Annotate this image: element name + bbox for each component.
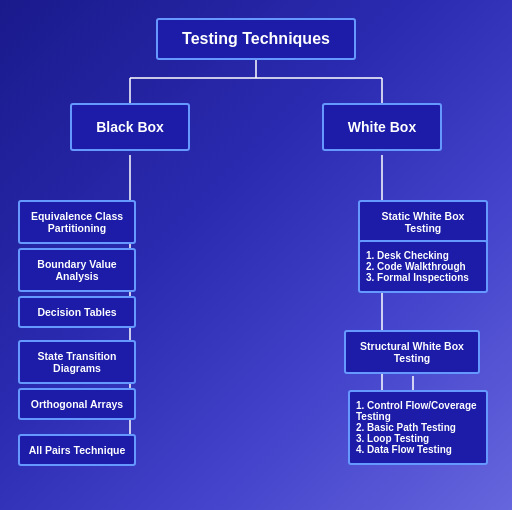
white-box-label: White Box (348, 119, 416, 135)
root-box: Testing Techniques (156, 18, 356, 60)
black-box-label: Black Box (96, 119, 164, 135)
bb-child-6: All Pairs Technique (18, 434, 136, 466)
static-wb-label: Static White Box Testing (382, 210, 465, 234)
bb-child-4: State Transition Diagrams (18, 340, 136, 384)
bb-child-2: Boundary Value Analysis (18, 248, 136, 292)
bb-child-1: Equivalence Class Partitioning (18, 200, 136, 244)
structural-wb-details: 1. Control Flow/Coverage Testing2. Basic… (348, 390, 488, 465)
bb-child-3: Decision Tables (18, 296, 136, 328)
diagram: Testing Techniques Black Box White Box E… (0, 0, 512, 510)
black-box-node: Black Box (70, 103, 190, 151)
static-wb-details-text: 1. Desk Checking2. Code Walkthrough3. Fo… (366, 250, 469, 283)
structural-wb-label: Structural White Box Testing (360, 340, 464, 364)
white-box-node: White Box (322, 103, 442, 151)
static-wb-node: Static White Box Testing (358, 200, 488, 244)
structural-wb-node: Structural White Box Testing (344, 330, 480, 374)
bb-child-5: Orthogonal Arrays (18, 388, 136, 420)
root-title: Testing Techniques (182, 30, 330, 47)
structural-wb-details-text: 1. Control Flow/Coverage Testing2. Basic… (356, 400, 477, 455)
static-wb-details: 1. Desk Checking2. Code Walkthrough3. Fo… (358, 240, 488, 293)
